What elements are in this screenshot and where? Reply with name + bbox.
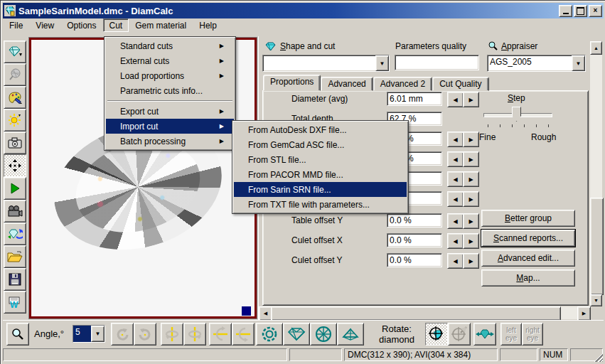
spin-up-button[interactable]: ▶	[463, 191, 479, 207]
save-button[interactable]	[4, 268, 26, 291]
scroll-down-button[interactable]: ▼	[590, 294, 602, 306]
menu-help[interactable]: Help	[193, 18, 223, 32]
view-side-button[interactable]	[283, 323, 310, 346]
lighting-button[interactable]	[4, 109, 26, 132]
diamond-arrows-icon	[476, 327, 494, 341]
angle-combobox[interactable]: 5 ▼	[73, 325, 105, 343]
close-icon: ×	[594, 6, 598, 14]
material-colors-button[interactable]	[4, 86, 26, 109]
better-group-button[interactable]: Better group	[481, 210, 575, 227]
culet-offset-y-spin-down-button[interactable]: ◀	[447, 253, 464, 269]
culet-offset-x-spin-down-button[interactable]: ◀	[447, 233, 464, 249]
tab-cut-quality[interactable]: Cut Quality	[432, 77, 488, 91]
rotate-free-button[interactable]	[473, 323, 496, 346]
view-table-button[interactable]	[256, 323, 283, 346]
menu-options[interactable]: Options	[60, 18, 102, 32]
facet-marking-button[interactable]	[4, 63, 26, 86]
angle-combo-arrow-button[interactable]: ▼	[91, 326, 105, 342]
spin-horizontal-axis-down-button[interactable]	[232, 323, 255, 346]
cut-select-button[interactable]	[4, 41, 26, 63]
scanned-reports-button[interactable]: Scanned reports...	[481, 230, 575, 247]
rotate-model-button[interactable]	[4, 223, 26, 245]
viewport-resize-handle[interactable]	[242, 306, 251, 316]
spin-down-button[interactable]: ◀	[447, 151, 464, 167]
vertical-scrollbar[interactable]: ▲ ▼	[590, 41, 602, 306]
table-offset-y-field[interactable]: 0.0 %	[387, 213, 442, 228]
menu-file[interactable]: File	[3, 18, 29, 32]
spin-vertical-axis-right-button[interactable]	[183, 323, 206, 346]
menu-gem-material[interactable]: Gem material	[129, 18, 193, 32]
menu-item-from-autodesk-dxf[interactable]: From AutoDesk DXF file...	[234, 122, 407, 137]
spin-up-button[interactable]: ▶	[463, 171, 479, 187]
culet-offset-y-field[interactable]: 0.0 %	[387, 253, 442, 267]
menu-item-parametric-cuts-info[interactable]: Parametric cuts info...	[106, 83, 234, 98]
move-tool-button[interactable]	[4, 154, 26, 177]
arrow-right-icon: ▶	[469, 238, 473, 245]
vertical-scrollbar-thumb[interactable]	[590, 198, 604, 295]
spin-up-button[interactable]: ▶	[463, 151, 479, 167]
menu-item-export-cut[interactable]: Export cut▶	[106, 104, 234, 119]
title-bar[interactable]: SampleSarinModel.dmc - DiamCalc ×	[3, 3, 604, 18]
right-eye-button[interactable]: right eye	[522, 323, 543, 346]
spin-vertical-axis-left-button[interactable]	[161, 323, 183, 346]
horizontal-scrollbar-thumb[interactable]	[271, 306, 561, 321]
open-file-button[interactable]	[4, 245, 26, 268]
menu-cut[interactable]: Cut	[103, 18, 129, 32]
tab-advanced[interactable]: Advanced	[321, 77, 373, 91]
rotate-ccw-button[interactable]	[111, 323, 134, 346]
resize-grip[interactable]	[594, 353, 603, 362]
maximize-button[interactable]	[574, 5, 587, 17]
tab-advanced-2[interactable]: Advanced 2	[373, 77, 432, 91]
scroll-up-button[interactable]: ▲	[590, 41, 602, 55]
table-offset-y-spin-up-button[interactable]: ▶	[463, 213, 479, 229]
spin-down-button[interactable]: ◀	[447, 191, 464, 207]
rotate-light-mode-button[interactable]	[448, 323, 471, 346]
rotate-diamond-mode-button[interactable]	[425, 323, 448, 346]
record-movie-button[interactable]	[4, 200, 26, 223]
spin-horizontal-axis-up-button[interactable]	[209, 323, 232, 346]
horizontal-scrollbar[interactable]: ◀ ▶	[259, 306, 589, 319]
menu-item-from-gemcad-asc[interactable]: From GemCad ASC file...	[234, 137, 407, 152]
arrow-right-icon: ▶	[469, 97, 473, 103]
spin-down-button[interactable]: ◀	[447, 132, 464, 147]
view-profile-button[interactable]	[337, 323, 364, 346]
advanced-edit-button[interactable]: Advanced edit...	[481, 250, 575, 267]
menu-item-from-stl[interactable]: From STL file...	[234, 152, 407, 167]
menu-item-standard-cuts[interactable]: Standard cuts▶	[106, 38, 234, 53]
status-num-lock: NUM	[540, 348, 568, 361]
rotate-cw-button[interactable]	[134, 323, 156, 346]
map-button[interactable]: Map...	[481, 269, 575, 287]
appraiser-combobox[interactable]: AGS_2005 ▼	[487, 55, 586, 72]
snapshot-button[interactable]	[4, 132, 26, 154]
play-button[interactable]	[4, 177, 26, 200]
diameter-spin-up-button[interactable]: ▶	[463, 92, 479, 107]
shape-combo-arrow-button[interactable]: ▼	[375, 55, 389, 71]
menu-item-from-pacor-mmd[interactable]: From PACOR MMD file...	[234, 167, 407, 182]
web-report-button[interactable]: W	[4, 291, 26, 314]
tab-proportions[interactable]: Proportions	[263, 75, 321, 91]
culet-offset-x-spin-up-button[interactable]: ▶	[463, 233, 479, 249]
scroll-right-button[interactable]: ▶	[577, 306, 591, 321]
close-button[interactable]: ×	[589, 5, 602, 17]
spin-down-button[interactable]: ◀	[447, 171, 464, 187]
diameter-spin-down-button[interactable]: ◀	[447, 92, 464, 107]
minimize-button[interactable]	[559, 5, 572, 17]
view-pavilion-button[interactable]	[310, 323, 337, 346]
zoom-button[interactable]	[6, 323, 29, 346]
menu-item-from-sarin-srn[interactable]: From Sarin SRN file...	[234, 182, 407, 197]
menu-item-batch-processing[interactable]: Batch processing▶	[106, 134, 234, 149]
menu-view[interactable]: View	[29, 18, 60, 32]
arrow-down-icon: ▼	[594, 298, 599, 303]
menu-item-import-cut[interactable]: Import cut▶	[106, 119, 234, 134]
culet-offset-x-field[interactable]: 0.0 %	[387, 233, 442, 247]
menu-item-from-txt-parameters[interactable]: From TXT file with parameters...	[234, 197, 407, 212]
shape-and-cut-combobox[interactable]: ▼	[262, 55, 390, 72]
appraiser-combo-arrow-button[interactable]: ▼	[572, 55, 585, 71]
left-eye-button[interactable]: left eye	[500, 323, 522, 346]
diameter-avg-field[interactable]: 6.01 mm	[387, 92, 442, 106]
menu-item-load-proportions[interactable]: Load proportions▶	[106, 68, 234, 83]
menu-item-external-cuts[interactable]: External cuts▶	[106, 53, 234, 68]
table-offset-y-spin-down-button[interactable]: ◀	[447, 213, 464, 229]
culet-offset-y-spin-up-button[interactable]: ▶	[463, 253, 479, 269]
spin-up-button[interactable]: ▶	[463, 132, 479, 147]
